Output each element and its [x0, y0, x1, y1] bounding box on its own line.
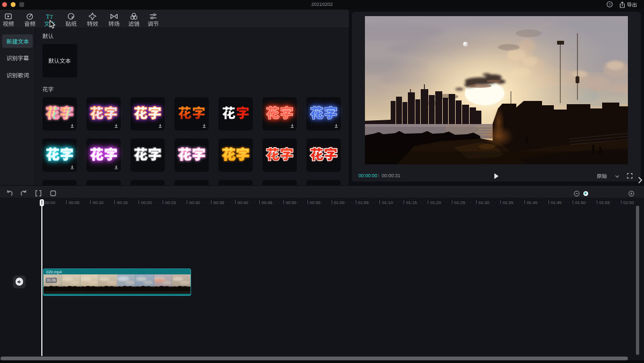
svg-text:T: T — [50, 14, 53, 19]
svg-text:?: ? — [609, 3, 611, 6]
